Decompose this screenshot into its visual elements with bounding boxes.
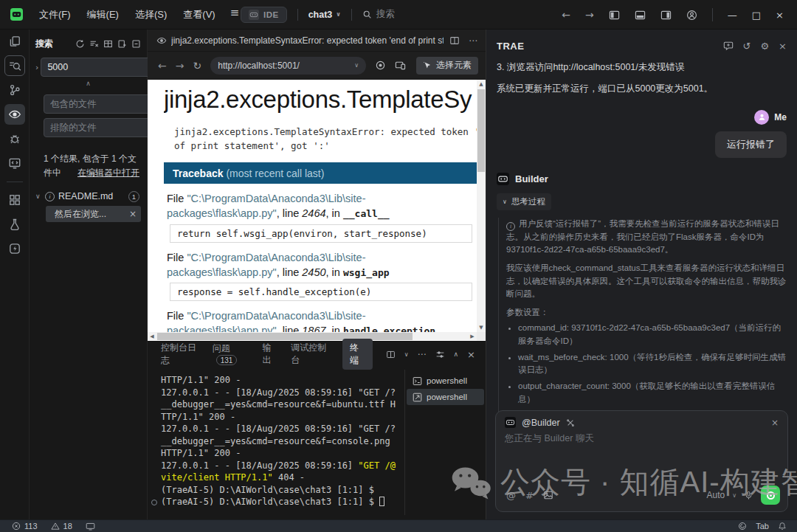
menu-selection[interactable]: 选择(S) xyxy=(131,6,171,24)
mention-icon[interactable]: @ xyxy=(506,490,516,501)
vertical-scrollbar[interactable]: ▲ ▼ xyxy=(477,80,486,332)
split-editor-icon[interactable] xyxy=(449,35,460,46)
editor-tab-bar: jinja2.exceptions.TemplateSyntaxError: e… xyxy=(148,30,486,52)
nav-back-icon[interactable]: ← xyxy=(562,9,570,21)
more-actions-icon[interactable]: ⋯ xyxy=(418,349,427,359)
new-search-editor-icon[interactable] xyxy=(117,39,127,49)
tab-console-log[interactable]: 控制台日志 xyxy=(161,342,199,367)
open-search-editor-icon[interactable] xyxy=(103,39,113,49)
image-attach-icon[interactable] xyxy=(543,490,553,500)
collapse-details-icon[interactable]: ∧ xyxy=(35,80,141,90)
ide-mode-badge[interactable]: IDE xyxy=(241,7,287,23)
select-element-button[interactable]: 选择元素 xyxy=(416,57,478,75)
nav-forward-icon[interactable]: → xyxy=(585,9,594,21)
tools-icon[interactable] xyxy=(566,418,575,427)
device-toolbar-icon[interactable] xyxy=(395,60,406,71)
refresh-icon[interactable] xyxy=(75,39,85,49)
terminal-session[interactable]: powershell xyxy=(407,373,484,389)
tab-output[interactable]: 输出 xyxy=(263,342,278,367)
maximize-button[interactable]: □ xyxy=(752,10,761,21)
browser-forward-icon[interactable]: → xyxy=(176,60,184,72)
project-selector[interactable]: chat3∨ xyxy=(308,10,341,20)
model-mode-selector[interactable]: Auto xyxy=(706,490,725,500)
chevron-down-icon[interactable]: ∨ xyxy=(404,351,409,358)
scrollbar-thumb[interactable] xyxy=(477,89,485,172)
minimize-button[interactable]: — xyxy=(728,10,737,21)
plugin-spark-icon[interactable] xyxy=(4,238,25,259)
horizontal-scrollbar[interactable]: ◀ ▶ xyxy=(148,332,477,341)
composer-context-label[interactable]: @Builder xyxy=(522,418,560,428)
collapse-all-icon[interactable] xyxy=(131,39,141,49)
close-panel-icon[interactable]: × xyxy=(467,349,475,360)
remote-window-icon[interactable] xyxy=(4,153,25,173)
explorer-icon[interactable] xyxy=(4,31,25,52)
status-bar: 113 18 Tab xyxy=(0,519,797,532)
traceback-frames: File "C:\ProgramData\Anaconda3\Lib\site-… xyxy=(164,184,486,339)
clear-results-icon[interactable] xyxy=(89,39,99,49)
menu-file[interactable]: 文件(F) xyxy=(35,6,75,24)
send-button[interactable] xyxy=(761,486,780,505)
menu-edit[interactable]: 编辑(E) xyxy=(83,6,123,24)
history-icon[interactable]: ↺ xyxy=(743,41,751,52)
thinking-param: wait_ms_before_check: 1000（等待1秒后检查，确保有足够… xyxy=(518,351,787,377)
source-control-icon[interactable] xyxy=(4,80,25,100)
browser-back-icon[interactable]: ← xyxy=(158,60,167,72)
divider xyxy=(351,9,352,21)
microphone-icon[interactable] xyxy=(744,491,753,500)
chat-input[interactable] xyxy=(505,432,779,481)
debug-icon[interactable] xyxy=(4,128,25,149)
open-in-editor-link[interactable]: 在编辑器中打开 xyxy=(77,166,139,180)
global-search[interactable]: 搜索 xyxy=(362,8,395,21)
inspect-target-icon[interactable] xyxy=(375,60,386,71)
dismiss-match-icon[interactable]: × xyxy=(129,209,137,219)
ports-monitor-icon[interactable] xyxy=(86,522,95,531)
extensions-icon[interactable] xyxy=(4,190,25,210)
terminal-output[interactable]: HTTP/1.1" 200 - 127.0.0.1 - - [18/Aug/20… xyxy=(148,367,404,519)
chevron-down-icon[interactable]: ∨ xyxy=(732,492,736,499)
tab-debug-console[interactable]: 调试控制台 xyxy=(291,342,329,367)
close-window-button[interactable]: × xyxy=(776,10,784,21)
split-terminal-icon[interactable] xyxy=(386,350,396,359)
more-menus-icon[interactable]: ≡ xyxy=(230,6,240,24)
chevron-down-icon: ∨ xyxy=(35,193,41,200)
ai-status-icon[interactable] xyxy=(738,522,747,531)
scrollbar-thumb[interactable] xyxy=(157,333,413,340)
menu-view[interactable]: 查看(V) xyxy=(179,6,219,24)
more-actions-icon[interactable]: ⋯ xyxy=(469,35,478,46)
terminal-line: vite/client HTTP/1.1" 404 - xyxy=(161,471,404,484)
maximize-panel-icon[interactable]: ∧ xyxy=(454,350,459,358)
toggle-left-panel-icon[interactable] xyxy=(609,10,620,21)
result-match-row[interactable]: 然后在浏览... × xyxy=(46,206,141,222)
search-view-icon[interactable] xyxy=(4,55,25,76)
tab-problems[interactable]: 问题131 xyxy=(213,342,249,366)
bell-icon[interactable] xyxy=(778,522,787,531)
close-panel-icon[interactable]: × xyxy=(779,41,787,52)
terminal-session-active[interactable]: powershell xyxy=(407,389,484,405)
toggle-right-panel-icon[interactable] xyxy=(660,10,672,21)
preview-eye-icon[interactable] xyxy=(4,104,25,125)
filter-settings-icon[interactable] xyxy=(435,350,445,359)
tab-terminal[interactable]: 终端 xyxy=(342,339,373,370)
test-lab-icon[interactable] xyxy=(4,214,25,235)
result-file-name: README.md xyxy=(58,191,113,201)
thinking-toggle[interactable]: ∨ 思考过程 xyxy=(497,193,551,210)
assistant-step-text: 3. 浏览器访问http://localhost:5001/未发现错误 xyxy=(497,61,787,75)
tab-completion-status[interactable]: Tab xyxy=(756,522,769,531)
toggle-bottom-panel-icon[interactable] xyxy=(635,10,646,21)
toggle-replace-icon[interactable]: › xyxy=(35,63,38,72)
context-hash-icon[interactable]: # xyxy=(525,490,534,501)
result-file-row[interactable]: ∨ i README.md 1 xyxy=(35,188,141,204)
scroll-down-icon[interactable]: ▼ xyxy=(477,323,486,332)
localhost-link[interactable]: http://localhost:5001/ xyxy=(553,62,638,72)
match-count-badge: 1 xyxy=(128,191,139,202)
browser-refresh-icon[interactable]: ↻ xyxy=(193,60,201,72)
account-icon[interactable] xyxy=(686,10,697,21)
problems-status[interactable]: 113 18 xyxy=(12,522,95,531)
new-chat-icon[interactable] xyxy=(723,41,734,51)
clear-context-icon[interactable]: × xyxy=(771,418,779,428)
url-bar[interactable]: http://localhost:5001/ ∨ xyxy=(210,57,366,75)
scroll-left-icon[interactable]: ◀ xyxy=(148,332,156,341)
scroll-right-icon[interactable]: ▶ xyxy=(468,332,477,341)
editor-tab-title[interactable]: jinja2.exceptions.TemplateSyntaxError: e… xyxy=(171,35,444,46)
gear-icon[interactable]: ⚙ xyxy=(760,41,769,52)
